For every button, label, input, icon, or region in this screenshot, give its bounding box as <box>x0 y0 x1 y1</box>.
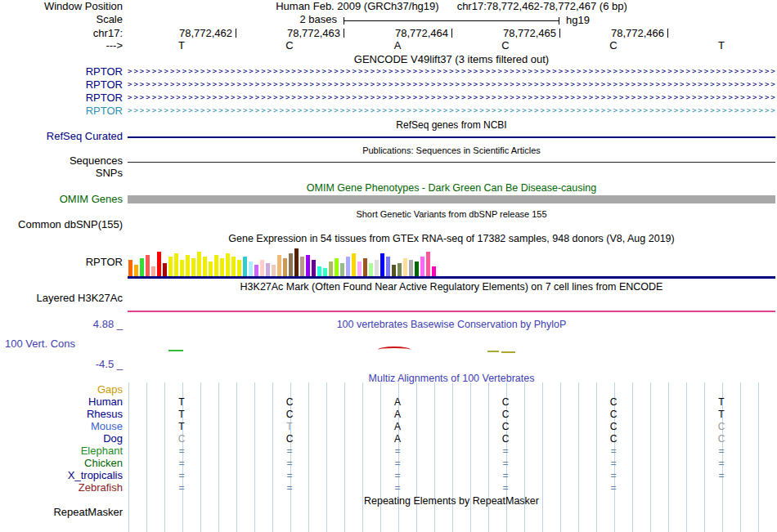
gtex-bar[interactable] <box>357 262 362 276</box>
omim-genes-bar[interactable] <box>128 195 775 203</box>
gtex-bar[interactable] <box>128 260 132 276</box>
gtex-bar[interactable] <box>283 258 287 276</box>
track-label-cons-max[interactable]: 4.88 _ <box>0 319 123 330</box>
gencode-transcript-row[interactable]: >>>>>>>>>>>>>>>>>>>>>>>>>>>>>>>>>>>>>>>>… <box>128 105 775 116</box>
gencode-transcript-row[interactable]: >>>>>>>>>>>>>>>>>>>>>>>>>>>>>>>>>>>>>>>>… <box>128 92 775 103</box>
gtex-bar[interactable] <box>289 253 293 276</box>
gtex-bar[interactable] <box>134 265 138 276</box>
track-label-vert-cons[interactable]: 100 Vert. Cons <box>0 338 75 350</box>
grid-line <box>488 382 489 532</box>
multiz-base: = <box>607 482 620 494</box>
multiz-base: = <box>175 458 188 469</box>
ruler-tick-label: 78,772,462 <box>160 28 232 38</box>
track-label-snps[interactable]: SNPs <box>0 168 123 179</box>
track-label-gtex-rptor[interactable]: RPTOR <box>0 257 123 268</box>
gtex-bar[interactable] <box>266 263 270 276</box>
gtex-bar[interactable] <box>163 263 167 276</box>
grid-line <box>434 382 435 532</box>
phylop-mark <box>487 351 499 352</box>
gtex-bar[interactable] <box>346 257 350 276</box>
track-label-zebrafish[interactable]: Zebrafish <box>0 482 123 494</box>
multiz-base: = <box>391 470 404 481</box>
track-label-human[interactable]: Human <box>0 396 123 408</box>
gtex-bar[interactable] <box>375 260 379 276</box>
gtex-baseline[interactable] <box>128 276 775 279</box>
gtex-bar[interactable] <box>151 266 155 276</box>
gtex-bar[interactable] <box>249 262 253 276</box>
track-label-gencode-rptor-4[interactable]: RPTOR <box>0 105 123 117</box>
gtex-bar[interactable] <box>397 263 402 276</box>
track-label-gencode-rptor-3[interactable]: RPTOR <box>0 92 123 104</box>
gtex-bar[interactable] <box>174 253 178 276</box>
track-label-gencode-rptor-1[interactable]: RPTOR <box>0 66 123 78</box>
gtex-bar[interactable] <box>146 255 150 276</box>
gtex-bar[interactable] <box>168 257 173 276</box>
gtex-bar[interactable] <box>157 252 161 276</box>
grid-line <box>236 382 237 532</box>
track-label-dog[interactable]: Dog <box>0 433 123 445</box>
track-label-refseq-curated[interactable]: RefSeq Curated <box>0 131 123 142</box>
gtex-bar[interactable] <box>231 257 236 276</box>
track-title-omim: OMIM Gene Phenotypes - Dark Green Can Be… <box>128 182 775 194</box>
track-label-mouse[interactable]: Mouse <box>0 421 123 432</box>
gtex-bar[interactable] <box>254 265 258 276</box>
track-label-elephant[interactable]: Elephant <box>0 445 123 457</box>
track-label-common-dbsnp[interactable]: Common dbSNP(155) <box>0 219 123 230</box>
gtex-bar[interactable] <box>214 255 218 276</box>
track-label-sequences[interactable]: Sequences <box>0 155 123 167</box>
gtex-bar[interactable] <box>272 265 276 276</box>
gtex-bar[interactable] <box>426 252 430 276</box>
gtex-bar[interactable] <box>386 257 390 276</box>
gtex-bar[interactable] <box>186 255 190 276</box>
track-label-cons-min[interactable]: -4.5 _ <box>0 359 123 370</box>
sequences-line[interactable] <box>128 162 775 163</box>
track-label-layered-h3k27ac[interactable]: Layered H3K27Ac <box>0 293 123 304</box>
gtex-bar[interactable] <box>415 262 419 276</box>
gtex-bar[interactable] <box>300 257 304 276</box>
gtex-bar[interactable] <box>363 258 367 276</box>
gtex-bar[interactable] <box>237 260 241 276</box>
gtex-bar[interactable] <box>432 266 436 276</box>
gencode-transcript-row[interactable]: >>>>>>>>>>>>>>>>>>>>>>>>>>>>>>>>>>>>>>>>… <box>128 79 775 90</box>
gtex-bar[interactable] <box>220 258 224 276</box>
multiz-base: T <box>283 421 296 432</box>
gtex-bar[interactable] <box>277 255 281 276</box>
gtex-bar[interactable] <box>226 253 230 276</box>
base-letter: T <box>175 40 188 51</box>
gtex-bar[interactable] <box>180 260 184 276</box>
gtex-bar[interactable] <box>323 268 327 276</box>
gencode-transcript-row[interactable]: >>>>>>>>>>>>>>>>>>>>>>>>>>>>>>>>>>>>>>>>… <box>128 66 775 77</box>
refseq-curated-line[interactable] <box>128 136 775 138</box>
multiz-base: C <box>715 433 728 445</box>
track-label-omim-genes[interactable]: OMIM Genes <box>0 194 123 205</box>
gtex-bar[interactable] <box>197 252 201 276</box>
gtex-bar[interactable] <box>209 262 213 276</box>
gtex-bar[interactable] <box>392 265 396 276</box>
track-label-repeatmasker[interactable]: RepeatMasker <box>0 507 123 518</box>
gtex-bar[interactable] <box>335 258 339 276</box>
gtex-bar[interactable] <box>203 257 207 276</box>
track-label-gencode-rptor-2[interactable]: RPTOR <box>0 79 123 91</box>
gtex-bar[interactable] <box>312 260 316 276</box>
gtex-bar[interactable] <box>191 258 195 276</box>
gtex-bar[interactable] <box>329 262 333 276</box>
track-label-gaps[interactable]: Gaps <box>0 384 123 396</box>
gtex-bar[interactable] <box>403 258 407 276</box>
track-label-chicken[interactable]: Chicken <box>0 458 123 469</box>
h3k27ac-line[interactable] <box>128 311 775 312</box>
gtex-bar[interactable] <box>140 258 144 276</box>
track-label-rhesus[interactable]: Rhesus <box>0 409 123 420</box>
gtex-bar[interactable] <box>380 253 384 276</box>
track-label-x_tropicalis[interactable]: X_tropicalis <box>0 470 123 481</box>
gtex-bar[interactable] <box>340 263 344 276</box>
gtex-bar[interactable] <box>420 257 424 276</box>
gtex-bar[interactable] <box>409 260 413 276</box>
grid-line <box>704 382 705 532</box>
gtex-bar[interactable] <box>352 253 356 276</box>
gtex-bar[interactable] <box>243 257 247 276</box>
gtex-bar[interactable] <box>317 266 321 276</box>
gtex-bar[interactable] <box>369 263 373 276</box>
gtex-bar[interactable] <box>260 260 264 276</box>
gtex-bar[interactable] <box>294 248 299 276</box>
gtex-bar[interactable] <box>306 255 310 276</box>
